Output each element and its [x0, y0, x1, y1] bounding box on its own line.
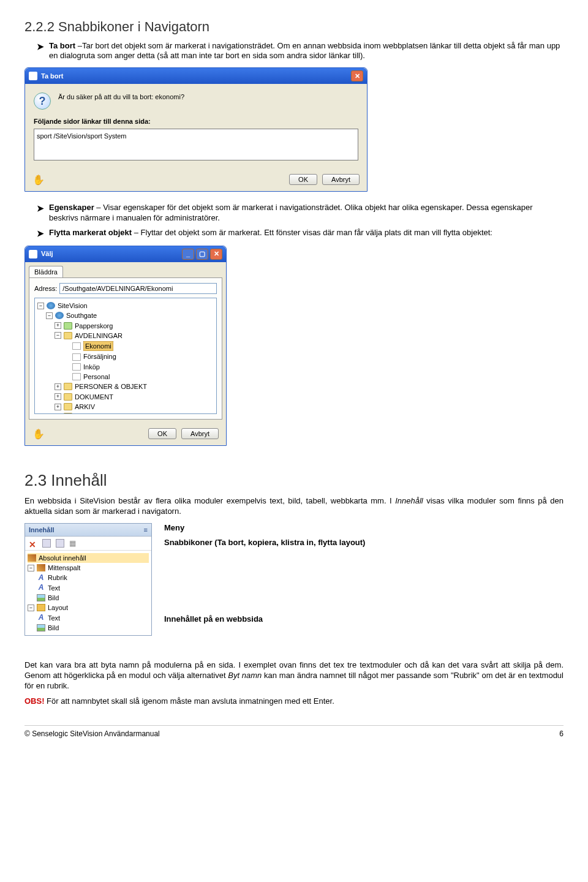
content-item[interactable]: Layout: [48, 603, 68, 612]
close-icon[interactable]: ✕: [351, 70, 363, 81]
folder-icon: [64, 322, 72, 330]
footer-page-number: 6: [559, 729, 564, 739]
dialog-valj: Välj _ ▢ ✕ Bläddra Adress: −SiteVision −…: [24, 246, 227, 446]
dialog-ta-bort: Ta bort ✕ ? Är du säker på att du vill t…: [24, 67, 368, 191]
layout-icon: [37, 604, 45, 611]
section23-p2: Det kan vara bra att byta namn på module…: [24, 660, 564, 692]
bullet-flytta: ➤ Flytta markerat objekt – Flyttar det o…: [37, 228, 564, 239]
content-item[interactable]: Rubrik: [48, 573, 67, 582]
tree-item[interactable]: Personal: [83, 372, 110, 381]
page-icon: [72, 363, 81, 371]
linked-pages-heading: Följande sidor länkar till denna sida:: [34, 117, 358, 126]
tree-item[interactable]: Papperskorg: [75, 322, 113, 330]
question-icon: ?: [34, 92, 51, 110]
section23-obs: OBS! För att namnbytet skall slå igenom …: [24, 696, 564, 707]
image-icon: [37, 594, 45, 601]
globe-icon: [55, 312, 64, 319]
delete-icon[interactable]: ✕: [29, 539, 37, 548]
content-item[interactable]: Absolut innehåll: [39, 554, 86, 562]
tree-item[interactable]: ARKIV: [75, 402, 95, 411]
content-item[interactable]: Bild: [48, 624, 59, 632]
tree-item[interactable]: Försäljning: [83, 352, 116, 361]
page-icon: [72, 342, 81, 350]
tree-item[interactable]: TJÄNSTER & VERKTYG: [75, 412, 150, 414]
callout-content: Innehållet på en webbsida: [164, 614, 365, 625]
maximize-icon[interactable]: ▢: [196, 249, 208, 260]
bullet-arrow-icon: ➤: [37, 41, 44, 52]
tree-view[interactable]: −SiteVision −Southgate +Papperskorg −AVD…: [34, 298, 217, 414]
callout-meny: Meny: [164, 523, 365, 533]
section-heading-23: 2.3 Innehåll: [24, 470, 564, 491]
section23-intro: En webbsida i SiteVision består av flera…: [24, 496, 564, 517]
panel-title: Innehåll: [29, 526, 55, 534]
hand-icon: ✋: [32, 428, 46, 439]
folder-icon: [64, 403, 72, 410]
tree-root[interactable]: SiteVision: [58, 301, 88, 310]
ok-button[interactable]: OK: [148, 428, 176, 439]
globe-icon: [47, 302, 55, 309]
move-layout-icon[interactable]: ▦: [69, 539, 78, 548]
content-item[interactable]: Text: [48, 614, 60, 622]
bullet-arrow-icon: ➤: [37, 203, 44, 214]
image-icon: [37, 624, 45, 631]
minimize-icon[interactable]: _: [182, 249, 194, 260]
hand-icon: ✋: [32, 174, 46, 185]
dialog-title: Ta bort: [41, 72, 63, 80]
linked-page-item[interactable]: sport /SiteVision/sport System: [37, 132, 355, 140]
folder-icon: [64, 383, 72, 390]
content-item[interactable]: Bild: [48, 594, 59, 602]
footer-left: © Senselogic SiteVision Användarmanual: [24, 729, 160, 739]
tree-item[interactable]: Inköp: [83, 363, 100, 371]
panel-toolbar: ✕ ▦: [25, 537, 151, 551]
tab-bladdra[interactable]: Bläddra: [29, 266, 63, 277]
bullet-egenskaper: ➤ Egenskaper – Visar egenskaper för det …: [37, 203, 564, 224]
dialog-question-text: Är du säker på att du vill ta bort: ekon…: [58, 92, 184, 101]
address-input[interactable]: [59, 283, 217, 294]
callout-labels: Meny Snabbikoner (Ta bort, kopiera, klis…: [164, 523, 365, 625]
dialog-titlebar: Välj _ ▢ ✕: [25, 246, 226, 262]
address-label: Adress:: [34, 284, 57, 293]
paste-icon[interactable]: [56, 539, 64, 548]
tree-item[interactable]: Southgate: [66, 311, 97, 320]
text-a-icon: A: [37, 584, 45, 592]
dialog-app-icon: [29, 72, 37, 80]
cancel-button[interactable]: Avbryt: [322, 174, 360, 185]
linked-pages-listbox[interactable]: sport /SiteVision/sport System: [34, 129, 358, 160]
text-a-icon: A: [37, 575, 45, 582]
bullet-text: Ta bort –Tar bort det objekt som är mark…: [49, 41, 564, 62]
folder-icon: [64, 413, 72, 414]
content-item[interactable]: Text: [48, 584, 60, 592]
page-footer: © Senselogic SiteVision Användarmanual 6: [24, 725, 564, 739]
tree-item-selected[interactable]: Ekonomi: [83, 341, 113, 351]
menu-icon[interactable]: ≡: [144, 526, 148, 534]
pencil-icon: [28, 554, 36, 562]
content-tree[interactable]: Absolut innehåll −Mittenspalt ARubrik AT…: [25, 551, 151, 635]
section-heading-222: 2.2.2 Snabbikoner i Navigatorn: [24, 18, 564, 36]
bullet-text: Egenskaper – Visar egenskaper för det ob…: [49, 203, 564, 224]
tree-item[interactable]: PERSONER & OBJEKT: [75, 382, 147, 391]
text-a-icon: A: [37, 614, 45, 622]
copy-icon[interactable]: [42, 539, 51, 548]
tree-item[interactable]: AVDELNINGAR: [75, 331, 123, 340]
folder-icon: [64, 332, 72, 339]
dialog-title: Välj: [41, 249, 53, 258]
bullet-arrow-icon: ➤: [37, 228, 44, 239]
pencil-icon: [37, 564, 45, 571]
dialog-app-icon: [29, 250, 37, 258]
page-icon: [72, 373, 81, 380]
bullet-text: Flytta markerat objekt – Flyttar det obj…: [49, 228, 564, 238]
panel-innehall: Innehåll ≡ ✕ ▦ Absolut innehåll −Mittens…: [24, 523, 152, 636]
close-icon[interactable]: ✕: [210, 249, 222, 260]
content-item[interactable]: Mittenspalt: [48, 564, 80, 572]
bullet-ta-bort: ➤ Ta bort –Tar bort det objekt som är ma…: [37, 41, 564, 62]
ok-button[interactable]: OK: [289, 174, 317, 185]
cancel-button[interactable]: Avbryt: [181, 428, 219, 439]
page-icon: [72, 353, 81, 361]
tree-item[interactable]: DOKUMENT: [75, 393, 113, 401]
folder-icon: [64, 393, 72, 401]
dialog-titlebar: Ta bort ✕: [25, 68, 367, 84]
callout-toolbar: Snabbikoner (Ta bort, kopiera, klistra i…: [164, 538, 365, 548]
